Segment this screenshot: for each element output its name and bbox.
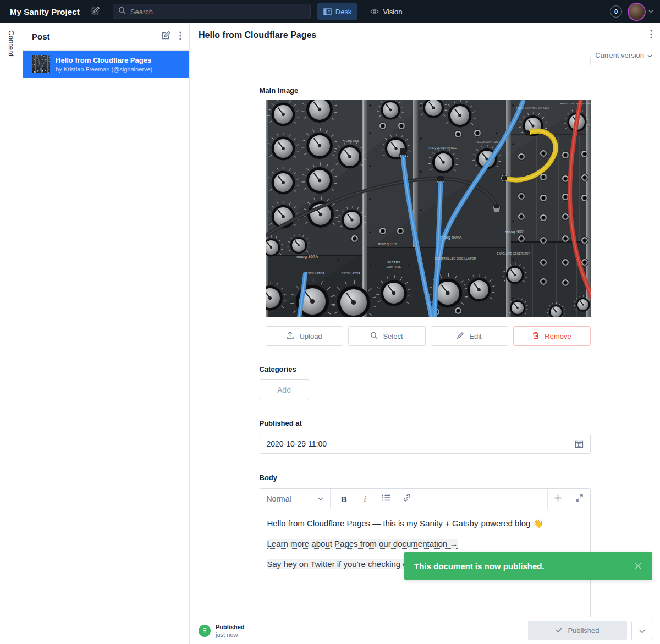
svg-text:FIXED CONTROL VOLTAGE: FIXED CONTROL VOLTAGE [516,107,549,109]
publish-status: Published [216,624,245,630]
svg-text:OSCILLATOR: OSCILLATOR [305,272,324,275]
post-panel-title: Post [32,32,50,41]
close-icon[interactable] [634,562,642,570]
synthesizer-photo: HIGH PASSFREQUENCY RANGEREGENERATIONFIXE… [266,100,591,317]
chevron-down-icon [639,626,645,636]
create-post-button[interactable] [161,31,170,42]
sidebar-item-content[interactable]: Content [7,30,15,644]
toast-message: This document is now published. [414,562,544,571]
search-icon [370,332,378,341]
content-rail: Content [0,23,23,644]
add-category-button[interactable]: Add [260,379,309,400]
pencil-icon [457,332,464,341]
version-selector[interactable]: Current version [595,51,652,59]
document-panel: Hello from Cloudflare Pages Current vers… [190,23,660,644]
compose-icon [161,31,170,42]
svg-text:moog 995: moog 995 [378,242,397,246]
publish-menu-button[interactable] [631,621,652,640]
published-at-label: Published at [260,419,591,427]
search-icon [118,7,126,16]
svg-text:REGENERATION: REGENERATION [475,141,497,144]
edit-button[interactable]: Edit [431,326,508,346]
post-panel-header: Post [23,23,189,51]
version-label: Current version [595,51,644,59]
upload-label: Upload [299,332,322,340]
synthesizer-photo: HIGH PASSFREQUENCY RANGEREGENERATIONFIXE… [32,55,50,73]
select-label: Select [383,332,403,340]
search-input[interactable] [130,8,305,16]
select-button[interactable]: Select [348,326,426,346]
svg-text:FIXED CONTROL VOLTAGE: FIXED CONTROL VOLTAGE [560,102,590,105]
document-menu-button[interactable] [650,30,652,41]
svg-text:moog 907A: moog 907A [296,255,318,259]
check-icon [556,626,563,635]
tab-desk-label: Desk [336,8,352,16]
toast-published: This document is now published. [404,552,652,580]
main-image-preview[interactable]: HIGH PASSFREQUENCY RANGEREGENERATIONFIXE… [266,100,591,317]
notifications-badge[interactable]: 0 [610,5,622,18]
add-label: Add [277,386,291,394]
post-panel-menu-button[interactable] [179,31,182,42]
new-document-button[interactable] [87,3,104,20]
post-item-title: Hello from Cloudflare Pages [56,56,152,64]
desk-icon [323,8,332,15]
main-image-label: Main image [260,86,591,95]
document-title: Hello from Cloudflare Pages [199,30,316,40]
document-footer: Published just now Published [190,617,660,644]
bold-button[interactable]: B [335,491,354,507]
calendar-icon[interactable] [575,439,584,448]
remove-button[interactable]: Remove [513,326,591,346]
style-select[interactable]: Normal [260,489,331,509]
svg-text:ENVELOPE GENERATOR: ENVELOPE GENERATOR [497,252,530,255]
field-body: Body Normal B [260,474,591,617]
main-area: Content Post [0,23,660,644]
compose-icon [91,6,100,18]
svg-text:OSCILLATOR: OSCILLATOR [341,272,360,275]
post-panel: Post [23,23,190,644]
search-bar[interactable] [113,4,311,19]
upload-button[interactable]: Upload [266,326,343,346]
italic-button[interactable]: i [356,491,375,507]
bullet-list-button[interactable] [377,491,395,507]
upload-icon [286,331,294,341]
link-button[interactable] [398,491,416,507]
field-main-image: Main image HIGH PASSFREQUENCY RANGEREGEN… [260,86,591,346]
slug-field-partial[interactable] [260,57,591,65]
navbar: My Sanity Project [0,0,660,23]
post-item-subtitle: by Kristian Freeman (@signalnerve) [56,66,152,73]
kebab-icon [179,31,182,42]
kebab-icon [650,30,652,41]
post-list-item-selected[interactable]: HIGH PASSFREQUENCY RANGEREGENERATIONFIXE… [23,51,189,78]
svg-text:FREQUENCY RANGE: FREQUENCY RANGE [428,147,457,150]
body-link-documentation[interactable]: Learn more about Pages from our document… [267,539,458,549]
publish-button[interactable]: Published [528,621,627,640]
style-select-value: Normal [267,494,292,503]
published-at-input[interactable] [267,439,575,448]
field-published-at: Published at [260,419,591,454]
link-icon [403,494,411,504]
body-label: Body [260,474,591,482]
plus-icon [554,494,562,504]
svg-text:moog 904A: moog 904A [440,235,461,240]
avatar[interactable] [629,4,645,20]
document-header: Hello from Cloudflare Pages [190,23,660,47]
categories-label: Categories [260,365,591,373]
change-bar [260,105,260,346]
publish-time: just now [216,631,245,638]
chevron-down-icon[interactable] [648,10,653,13]
eye-icon [370,8,379,15]
insert-block-button[interactable] [547,489,569,509]
body-paragraph[interactable]: Hello from Cloudflare Pages — this is my… [267,518,583,530]
document-content: Current version Main image HIGH PASSFREQ… [190,47,660,617]
expand-icon [576,494,583,504]
editor-toolbar: Normal B i [260,489,590,509]
publish-status-icon [199,625,211,637]
tab-desk[interactable]: Desk [317,3,358,20]
svg-text:moog 902: moog 902 [504,230,523,234]
tab-vision[interactable]: Vision [364,3,408,20]
fullscreen-button[interactable] [569,489,590,509]
sanity-studio: My Sanity Project [0,0,660,644]
chevron-down-icon [318,497,323,501]
post-thumbnail: HIGH PASSFREQUENCY RANGEREGENERATIONFIXE… [32,55,50,73]
publish-button-label: Published [568,626,599,635]
